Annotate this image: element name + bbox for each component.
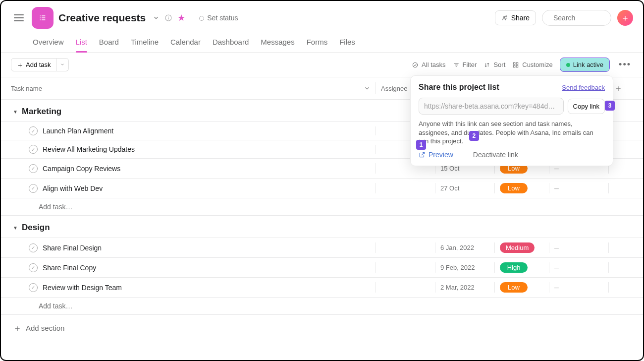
priority-cell[interactable]: Low [494, 282, 549, 293]
status-cell[interactable]: – [554, 243, 559, 252]
chevron-down-icon[interactable] [364, 85, 371, 92]
menu-icon[interactable] [11, 11, 27, 24]
priority-pill: Medium [500, 242, 535, 253]
tab-dashboard[interactable]: Dashboard [213, 34, 249, 52]
svg-point-8 [168, 16, 169, 16]
all-tasks-filter[interactable]: All tasks [412, 61, 445, 68]
due-cell[interactable]: 2 Mar, 2022 [440, 284, 475, 291]
tab-timeline[interactable]: Timeline [131, 34, 159, 52]
add-section-button[interactable]: ＋ Add section [1, 315, 76, 341]
tab-forms[interactable]: Forms [307, 34, 328, 52]
svg-point-10 [505, 16, 507, 17]
customize-button[interactable]: Customize [512, 61, 552, 68]
complete-toggle-icon[interactable]: ✓ [29, 184, 38, 193]
favorite-star-icon[interactable]: ★ [177, 13, 185, 22]
due-cell[interactable]: 9 Feb, 2022 [440, 264, 475, 271]
info-icon[interactable] [164, 14, 172, 22]
priority-pill: Low [500, 282, 528, 293]
task-name-label: Align with Web Dev [43, 184, 103, 192]
due-cell[interactable]: 27 Oct [440, 184, 459, 192]
callout-badge-3: 3 [605, 101, 615, 111]
col-task-name[interactable]: Task name [11, 85, 42, 92]
priority-cell[interactable]: High [494, 262, 549, 273]
task-name-label: Campaign Copy Reviews [43, 165, 120, 173]
svg-point-13 [413, 62, 417, 67]
task-row[interactable]: ✓ Align with Web Dev 27 Oct Low – [1, 178, 643, 198]
tab-list[interactable]: List [76, 34, 87, 52]
link-active-button[interactable]: Link active [560, 58, 610, 72]
priority-cell[interactable]: Low [494, 183, 549, 193]
complete-toggle-icon[interactable]: ✓ [29, 263, 38, 272]
popover-title: Share this project list [419, 83, 499, 92]
tab-overview[interactable]: Overview [33, 34, 64, 52]
sort-button[interactable]: Sort [483, 61, 505, 68]
copy-link-button[interactable]: Copy link [568, 99, 605, 114]
svg-rect-18 [516, 62, 518, 64]
complete-toggle-icon[interactable]: ✓ [29, 283, 38, 292]
share-link-popover: Share this project list Send feedback ht… [410, 75, 613, 166]
status-cell[interactable]: – [554, 184, 559, 193]
filter-button[interactable]: Filter [453, 61, 477, 68]
callout-badge-2: 2 [469, 131, 479, 141]
complete-toggle-icon[interactable]: ✓ [29, 145, 38, 154]
svg-point-3 [40, 15, 41, 16]
svg-point-9 [503, 16, 505, 18]
svg-rect-20 [516, 65, 518, 67]
section-design-header[interactable]: ▼ Design [1, 216, 643, 238]
deactivate-link[interactable]: Deactivate link [473, 151, 518, 159]
tab-board[interactable]: Board [99, 34, 119, 52]
project-menu-icon[interactable] [153, 14, 160, 21]
toolbar-more-icon[interactable]: ••• [617, 58, 633, 72]
global-add-button[interactable]: ＋ [617, 10, 633, 26]
search-input[interactable] [542, 10, 611, 26]
svg-rect-19 [514, 65, 516, 67]
tab-messages[interactable]: Messages [261, 34, 294, 52]
complete-toggle-icon[interactable]: ✓ [29, 243, 38, 252]
share-link-input[interactable]: https://share-beta.asana.com?key=484d… [419, 98, 564, 115]
section-name: Design [22, 223, 50, 233]
add-task-inline-label: Add task… [11, 302, 376, 310]
set-status-button[interactable]: Set status [199, 14, 238, 22]
project-title[interactable]: Creative requests [58, 12, 146, 24]
priority-pill: Low [500, 183, 528, 193]
preview-label: Preview [429, 151, 453, 159]
preview-link[interactable]: Preview [419, 151, 453, 159]
task-row[interactable]: ✓ Review with Design Team 2 Mar, 2022 Lo… [1, 277, 643, 297]
col-assignee[interactable]: Assignee [381, 85, 407, 92]
svg-point-5 [40, 19, 41, 20]
priority-cell[interactable]: Medium [494, 242, 549, 253]
task-name-label: Review with Design Team [43, 284, 122, 292]
popover-description: Anyone with this link can see section an… [419, 120, 605, 146]
callout-badge-1: 1 [416, 140, 426, 150]
send-feedback-link[interactable]: Send feedback [562, 84, 605, 91]
svg-rect-17 [514, 62, 516, 64]
add-section-label: Add section [26, 324, 64, 332]
complete-toggle-icon[interactable]: ✓ [29, 126, 38, 135]
tab-calendar[interactable]: Calendar [170, 34, 201, 52]
add-task-row[interactable]: Add task… [1, 198, 643, 216]
complete-toggle-icon[interactable]: ✓ [29, 164, 38, 173]
task-row[interactable]: ✓ Share Final Design 6 Jan, 2022 Medium … [1, 238, 643, 257]
add-task-button[interactable]: ＋ Add task [11, 58, 56, 71]
set-status-label: Set status [207, 14, 238, 22]
task-name-label: Share Final Design [43, 244, 102, 252]
project-tabs: Overview List Board Timeline Calendar Da… [1, 29, 643, 53]
share-button[interactable]: Share [495, 10, 536, 25]
link-active-indicator [566, 63, 570, 67]
external-link-icon [419, 151, 426, 158]
status-cell[interactable]: – [554, 283, 559, 292]
task-row[interactable]: ✓ Share Final Copy 9 Feb, 2022 High – [1, 257, 643, 277]
due-cell[interactable]: 6 Jan, 2022 [440, 244, 474, 251]
task-name-label: Review All Marketing Updates [43, 145, 135, 153]
add-task-dropdown[interactable] [56, 58, 69, 71]
add-task-label: Add task [26, 61, 51, 68]
share-label: Share [511, 14, 530, 22]
priority-pill: High [500, 262, 528, 273]
collapse-icon: ▼ [13, 109, 18, 115]
tab-files[interactable]: Files [339, 34, 355, 52]
svg-point-4 [40, 17, 41, 18]
collapse-icon: ▼ [13, 225, 18, 231]
add-task-inline-label: Add task… [11, 203, 376, 211]
add-task-row[interactable]: Add task… [1, 297, 643, 315]
status-cell[interactable]: – [554, 263, 559, 272]
